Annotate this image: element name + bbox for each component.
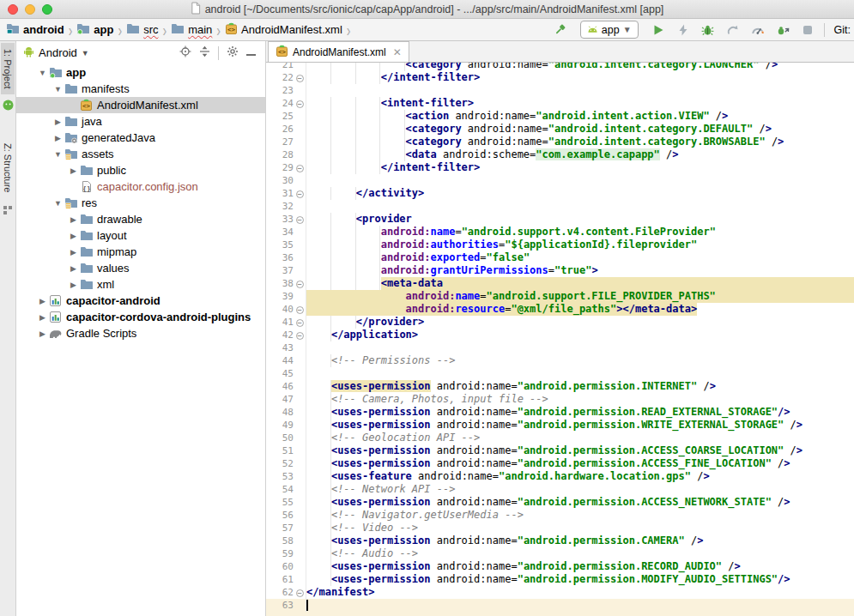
tree-item-generatedjava[interactable]: ▶generatedJava: [16, 130, 265, 146]
profiler-icon[interactable]: [749, 21, 766, 39]
code-line-26[interactable]: 26 <category android:name="android.inten…: [266, 123, 854, 136]
gutter-line-53[interactable]: 53: [266, 470, 306, 483]
close-tab-icon[interactable]: ✕: [393, 46, 402, 58]
gutter-line-54[interactable]: 54: [266, 483, 306, 496]
tree-item-capacitor-config-json[interactable]: { }capacitor.config.json: [16, 178, 265, 195]
gutter-line-50[interactable]: 50: [266, 432, 306, 444]
code-line-46[interactable]: 46 <uses-permission android:name="androi…: [266, 380, 854, 393]
code-line-53[interactable]: 53 <uses-feature android:name="android.h…: [266, 470, 854, 483]
gutter-line-23[interactable]: 23: [266, 84, 306, 97]
gutter-line-29[interactable]: 29−: [266, 161, 306, 174]
code-line-44[interactable]: 44 <!-- Permissions -->: [266, 354, 854, 367]
tree-item-androidmanifest-xml[interactable]: <>AndroidManifest.xml: [16, 97, 265, 113]
code-line-51[interactable]: 51 <uses-permission android:name="androi…: [266, 444, 854, 457]
chevron-expanded-icon[interactable]: ▼: [52, 85, 64, 94]
gutter-line-21[interactable]: 21: [266, 63, 306, 71]
tree-item-app[interactable]: ▼app: [16, 64, 265, 81]
chevron-collapsed-icon[interactable]: ▶: [37, 313, 48, 322]
tree-item-capacitor-cordova-android-plugins[interactable]: ▶capacitor-cordova-android-plugins: [16, 309, 265, 325]
run-configuration-select[interactable]: app ▼: [580, 21, 639, 39]
gutter-line-59[interactable]: 59: [266, 547, 306, 560]
gutter-line-38[interactable]: 38−: [266, 277, 306, 290]
minimize-window-button[interactable]: [25, 4, 35, 15]
chevron-collapsed-icon[interactable]: ▶: [37, 329, 48, 338]
code-line-52[interactable]: 52 <uses-permission android:name="androi…: [266, 457, 854, 470]
tree-item-java[interactable]: ▶java: [16, 113, 265, 130]
gutter-line-43[interactable]: 43: [266, 341, 306, 354]
project-view-selector[interactable]: Android: [39, 46, 77, 59]
gutter-line-32[interactable]: 32: [266, 200, 306, 213]
hide-panel-icon[interactable]: [246, 46, 257, 59]
tree-item-drawable[interactable]: ▶drawable: [16, 211, 265, 227]
fold-marker-icon[interactable]: −: [294, 161, 306, 174]
code-line-54[interactable]: 54 <!-- Network API -->: [266, 483, 854, 496]
tree-item-capacitor-android[interactable]: ▶capacitor-android: [16, 293, 265, 309]
build-hammer-icon[interactable]: [552, 21, 569, 39]
tree-item-public[interactable]: ▶public: [16, 162, 265, 178]
tree-item-manifests[interactable]: ▼manifests: [16, 81, 265, 97]
gutter-line-46[interactable]: 46: [266, 380, 306, 393]
gutter-line-44[interactable]: 44: [266, 354, 306, 367]
chevron-collapsed-icon[interactable]: ▶: [68, 166, 79, 175]
gutter-line-26[interactable]: 26: [266, 123, 306, 136]
gutter-line-39[interactable]: 39: [266, 290, 306, 303]
breadcrumb-item-main[interactable]: main: [171, 22, 212, 38]
code-line-57[interactable]: 57 <!-- Video -->: [266, 522, 854, 534]
gutter-line-35[interactable]: 35: [266, 239, 306, 251]
gutter-line-52[interactable]: 52: [266, 457, 306, 470]
gutter-line-60[interactable]: 60: [266, 560, 306, 573]
gutter-line-55[interactable]: 55: [266, 496, 306, 509]
breadcrumb-item-androidmanifest-xml[interactable]: <>AndroidManifest.xml: [225, 22, 342, 38]
code-line-63[interactable]: 63: [266, 599, 854, 616]
gutter-line-31[interactable]: 31−: [266, 187, 306, 200]
gutter-line-27[interactable]: 27: [266, 136, 306, 148]
chevron-collapsed-icon[interactable]: ▶: [52, 134, 64, 142]
project-tool-window-tab[interactable]: 1: Project: [1, 43, 15, 94]
code-line-62[interactable]: 62−</manifest>: [266, 586, 854, 599]
code-line-55[interactable]: 55 <uses-permission android:name="androi…: [266, 496, 854, 509]
code-line-32[interactable]: 32: [266, 200, 854, 213]
gutter-line-25[interactable]: 25: [266, 110, 306, 123]
close-window-button[interactable]: [8, 4, 18, 15]
apply-changes-icon[interactable]: [675, 21, 692, 39]
code-line-60[interactable]: 60 <uses-permission android:name="androi…: [266, 560, 854, 573]
code-line-43[interactable]: 43: [266, 341, 854, 354]
editor-tab-androidmanifest[interactable]: <> AndroidManifest.xml ✕: [268, 41, 409, 62]
code-line-37[interactable]: 37 android:grantUriPermissions="true">: [266, 264, 854, 277]
breadcrumb-item-android[interactable]: android: [6, 22, 64, 38]
gutter-line-41[interactable]: 41−: [266, 316, 306, 329]
gutter-line-30[interactable]: 30: [266, 174, 306, 187]
chevron-collapsed-icon[interactable]: ▶: [68, 281, 79, 289]
chevron-collapsed-icon[interactable]: ▶: [52, 118, 64, 126]
code-line-42[interactable]: 42− </application>: [266, 329, 854, 341]
tree-item-layout[interactable]: ▶layout: [16, 227, 265, 244]
code-line-49[interactable]: 49 <uses-permission android:name="androi…: [266, 419, 854, 432]
gutter-line-45[interactable]: 45: [266, 367, 306, 380]
gutter-line-36[interactable]: 36: [266, 251, 306, 264]
gutter-line-42[interactable]: 42−: [266, 329, 306, 341]
gutter-line-48[interactable]: 48: [266, 406, 306, 419]
gutter-line-24[interactable]: 24−: [266, 97, 306, 110]
code-line-36[interactable]: 36 android:exported="false": [266, 251, 854, 264]
code-line-25[interactable]: 25 <action android:name="android.intent.…: [266, 110, 854, 123]
gutter-line-37[interactable]: 37: [266, 264, 306, 277]
attach-profiler-icon[interactable]: [774, 21, 791, 39]
code-line-59[interactable]: 59 <!-- Audio -->: [266, 547, 854, 560]
code-line-21[interactable]: 21 <category android:name="android.inten…: [266, 63, 854, 71]
gutter-line-51[interactable]: 51: [266, 444, 306, 457]
android-avd-icon[interactable]: [3, 100, 14, 113]
fold-marker-icon[interactable]: −: [294, 277, 306, 290]
fold-marker-icon[interactable]: −: [294, 329, 306, 341]
structure-tool-window-tab[interactable]: Z: Structure: [1, 137, 15, 198]
chevron-expanded-icon[interactable]: ▼: [37, 69, 48, 77]
code-line-47[interactable]: 47 <!-- Camera, Photos, input file -->: [266, 393, 854, 406]
attach-debugger-icon[interactable]: [724, 21, 742, 39]
chevron-collapsed-icon[interactable]: ▶: [68, 248, 79, 257]
code-line-28[interactable]: 28 <data android:scheme="com.example.cap…: [266, 148, 854, 161]
tree-item-values[interactable]: ▶values: [16, 260, 265, 276]
gutter-line-33[interactable]: 33−: [266, 213, 306, 226]
code-line-48[interactable]: 48 <uses-permission android:name="androi…: [266, 406, 854, 419]
code-line-58[interactable]: 58 <uses-permission android:name="androi…: [266, 534, 854, 547]
gutter-line-57[interactable]: 57: [266, 522, 306, 534]
gutter-line-22[interactable]: 22−: [266, 71, 306, 84]
